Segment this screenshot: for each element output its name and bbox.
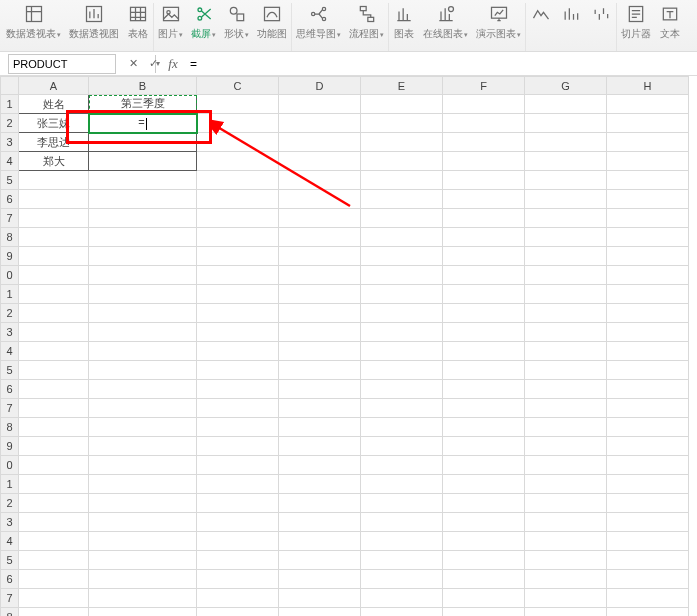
cell-D16[interactable] <box>279 380 361 399</box>
cell-H13[interactable] <box>607 323 689 342</box>
cell-E7[interactable] <box>361 209 443 228</box>
cell-B22[interactable] <box>89 494 197 513</box>
cell-B23[interactable] <box>89 513 197 532</box>
cell-G23[interactable] <box>525 513 607 532</box>
function-chart-button[interactable]: 功能图 <box>257 3 287 41</box>
cell-G28[interactable] <box>525 608 607 617</box>
row-header-22[interactable]: 2 <box>1 494 19 513</box>
cell-B5[interactable] <box>89 171 197 190</box>
cell-C26[interactable] <box>197 570 279 589</box>
cell-E4[interactable] <box>361 152 443 171</box>
row-header-9[interactable]: 9 <box>1 247 19 266</box>
cell-F16[interactable] <box>443 380 525 399</box>
cell-G4[interactable] <box>525 152 607 171</box>
cell-D5[interactable] <box>279 171 361 190</box>
cell-C2[interactable] <box>197 114 279 133</box>
cell-E20[interactable] <box>361 456 443 475</box>
cell-H17[interactable] <box>607 399 689 418</box>
row-header-15[interactable]: 5 <box>1 361 19 380</box>
row-header-27[interactable]: 7 <box>1 589 19 608</box>
cell-A27[interactable] <box>19 589 89 608</box>
cell-H16[interactable] <box>607 380 689 399</box>
cell-E3[interactable] <box>361 133 443 152</box>
cell-C18[interactable] <box>197 418 279 437</box>
col-header-B[interactable]: B <box>89 77 197 95</box>
cell-E27[interactable] <box>361 589 443 608</box>
cell-H18[interactable] <box>607 418 689 437</box>
cell-F9[interactable] <box>443 247 525 266</box>
mindmap-button[interactable]: 思维导图▾ <box>296 3 341 41</box>
cell-H28[interactable] <box>607 608 689 617</box>
col-header-F[interactable]: F <box>443 77 525 95</box>
spreadsheet-grid[interactable]: A B C D E F G H 1姓名第三季度2张三妹=3李思达4郑大56789… <box>0 76 697 616</box>
cell-F19[interactable] <box>443 437 525 456</box>
cell-F28[interactable] <box>443 608 525 617</box>
cell-C25[interactable] <box>197 551 279 570</box>
cell-G8[interactable] <box>525 228 607 247</box>
cell-H8[interactable] <box>607 228 689 247</box>
cell-H10[interactable] <box>607 266 689 285</box>
name-box[interactable]: ▾ <box>8 54 116 74</box>
picture-button[interactable]: 图片▾ <box>158 3 183 41</box>
cell-C8[interactable] <box>197 228 279 247</box>
cell-E6[interactable] <box>361 190 443 209</box>
cell-E26[interactable] <box>361 570 443 589</box>
cell-F8[interactable] <box>443 228 525 247</box>
cell-C10[interactable] <box>197 266 279 285</box>
cell-C19[interactable] <box>197 437 279 456</box>
table-button[interactable]: 表格 <box>127 3 149 41</box>
row-header-25[interactable]: 5 <box>1 551 19 570</box>
cell-B9[interactable] <box>89 247 197 266</box>
cell-B8[interactable] <box>89 228 197 247</box>
cell-G19[interactable] <box>525 437 607 456</box>
cell-F12[interactable] <box>443 304 525 323</box>
cell-F13[interactable] <box>443 323 525 342</box>
cell-A18[interactable] <box>19 418 89 437</box>
cell-D11[interactable] <box>279 285 361 304</box>
cell-E22[interactable] <box>361 494 443 513</box>
cell-C12[interactable] <box>197 304 279 323</box>
cell-H7[interactable] <box>607 209 689 228</box>
cell-A11[interactable] <box>19 285 89 304</box>
cell-B14[interactable] <box>89 342 197 361</box>
cell-F24[interactable] <box>443 532 525 551</box>
cell-G3[interactable] <box>525 133 607 152</box>
cell-A23[interactable] <box>19 513 89 532</box>
cell-E15[interactable] <box>361 361 443 380</box>
cell-C22[interactable] <box>197 494 279 513</box>
cell-B16[interactable] <box>89 380 197 399</box>
cell-A5[interactable] <box>19 171 89 190</box>
cell-B28[interactable] <box>89 608 197 617</box>
cell-G15[interactable] <box>525 361 607 380</box>
sparkbar-button[interactable]: – <box>560 3 582 38</box>
cell-B12[interactable] <box>89 304 197 323</box>
cell-F25[interactable] <box>443 551 525 570</box>
cell-D17[interactable] <box>279 399 361 418</box>
cell-C7[interactable] <box>197 209 279 228</box>
cell-B3[interactable] <box>89 133 197 152</box>
col-header-H[interactable]: H <box>607 77 689 95</box>
cell-C13[interactable] <box>197 323 279 342</box>
cell-G17[interactable] <box>525 399 607 418</box>
cell-D4[interactable] <box>279 152 361 171</box>
cell-B19[interactable] <box>89 437 197 456</box>
cell-G2[interactable] <box>525 114 607 133</box>
cell-B15[interactable] <box>89 361 197 380</box>
cell-H25[interactable] <box>607 551 689 570</box>
chart-button[interactable]: 图表 <box>393 3 415 41</box>
cell-F15[interactable] <box>443 361 525 380</box>
row-header-19[interactable]: 9 <box>1 437 19 456</box>
cell-F5[interactable] <box>443 171 525 190</box>
cell-B10[interactable] <box>89 266 197 285</box>
cell-C24[interactable] <box>197 532 279 551</box>
row-header-4[interactable]: 4 <box>1 152 19 171</box>
cell-D8[interactable] <box>279 228 361 247</box>
row-header-7[interactable]: 7 <box>1 209 19 228</box>
cell-A25[interactable] <box>19 551 89 570</box>
cell-F4[interactable] <box>443 152 525 171</box>
cell-G25[interactable] <box>525 551 607 570</box>
row-header-1[interactable]: 1 <box>1 95 19 114</box>
cell-H5[interactable] <box>607 171 689 190</box>
cell-D22[interactable] <box>279 494 361 513</box>
cell-A1[interactable]: 姓名 <box>19 95 89 114</box>
